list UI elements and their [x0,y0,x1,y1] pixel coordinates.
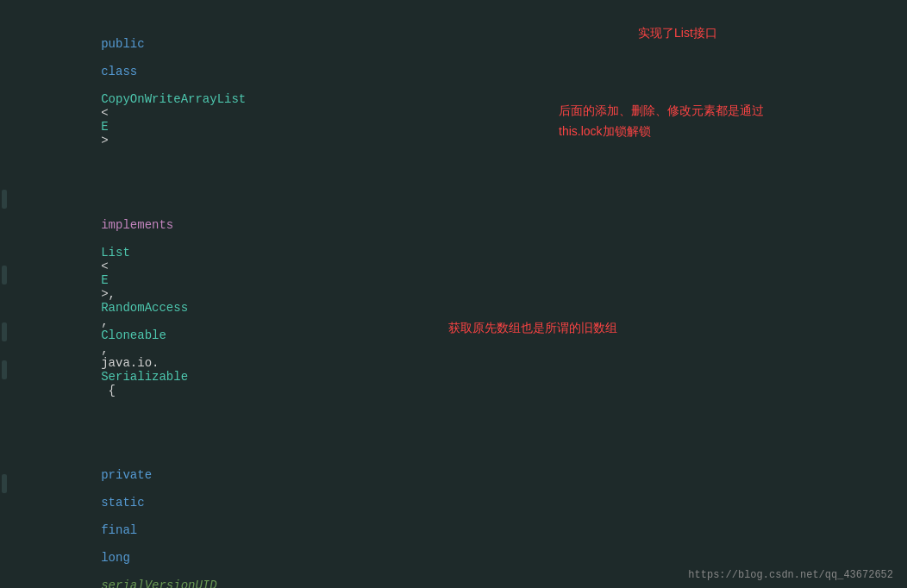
keyword-implements: implements [101,218,173,232]
class-name: CopyOnWriteArrayList [101,92,246,106]
fold-indicator-3[interactable] [2,322,7,341]
fold-indicator-2[interactable] [2,266,7,285]
fold-indicator-1[interactable] [2,190,7,209]
code-container: public class CopyOnWriteArrayList < E > … [0,0,907,588]
keyword-public: public [101,37,144,51]
fold-indicator-5[interactable] [2,474,7,493]
keyword-class: class [101,65,137,78]
code-line-1: public class CopyOnWriteArrayList < E > [0,9,907,176]
code-line-3: private static final long serialVersionU… [0,426,907,588]
annotation-lock-line1: 后面的添加、删除、修改元素都是通过 [559,103,764,119]
code-line-2: implements List < E >, RandomAccess , Cl… [0,176,907,426]
annotation-lock-line2: this.lock加锁解锁 [559,124,651,140]
annotation-implements-list: 实现了List接口 [638,26,717,41]
fold-indicator-4[interactable] [2,360,7,379]
annotation-get-array: 获取原先数组也是所谓的旧数组 [448,321,617,336]
blog-url: https://blog.csdn.net/qq_43672652 [688,569,893,581]
